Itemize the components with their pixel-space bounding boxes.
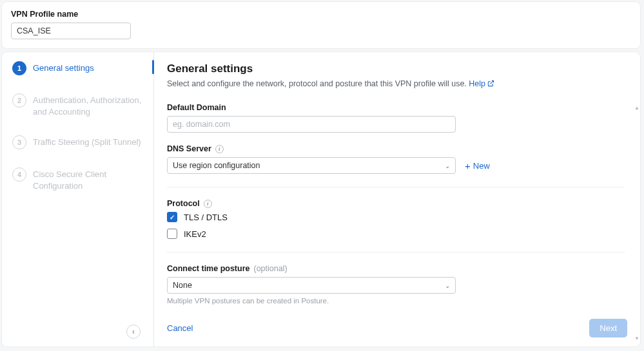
scrollbar[interactable]: ▲ ▼	[634, 105, 639, 341]
posture-select[interactable]: None ⌄	[167, 277, 456, 294]
next-button[interactable]: Next	[589, 319, 627, 337]
help-link[interactable]: Help	[469, 79, 494, 88]
protocol-option-tls[interactable]: ✓ TLS / DTLS	[167, 212, 627, 222]
info-icon[interactable]: i	[204, 200, 212, 208]
dns-row: Use region configuration ⌄ + New	[167, 157, 627, 174]
scroll-down-arrow-icon: ▼	[634, 336, 639, 341]
checkbox-label: IKEv2	[184, 229, 206, 239]
dns-selected-value: Use region configuration	[173, 161, 260, 170]
dns-server-label: DNS Server i	[167, 144, 627, 153]
wizard-footer: Cancel Next	[167, 319, 627, 337]
protocol-label-text: Protocol	[167, 199, 200, 208]
cancel-button[interactable]: Cancel	[167, 323, 193, 333]
plus-icon: +	[465, 161, 471, 171]
default-domain-label: Default Domain	[167, 103, 627, 112]
posture-field: Connect time posture (optional) None ⌄ M…	[167, 264, 627, 305]
help-label: Help	[469, 79, 485, 88]
posture-label: Connect time posture (optional)	[167, 264, 627, 273]
step-number: 3	[12, 135, 26, 149]
step-aaa[interactable]: 2 Authentication, Authorization, and Acc…	[12, 93, 143, 117]
step-label: Traffic Steering (Split Tunnel)	[33, 135, 141, 148]
chevron-down-icon: ⌄	[445, 162, 450, 169]
default-domain-field: Default Domain	[167, 103, 627, 133]
profile-name-input[interactable]	[11, 23, 131, 39]
protocol-option-ikev2[interactable]: IKEv2	[167, 229, 627, 239]
posture-label-text: Connect time posture	[167, 264, 250, 273]
optional-tag: (optional)	[254, 264, 288, 273]
wizard-main-panel: General settings Select and configure th…	[154, 52, 640, 346]
chevron-left-icon: ‹	[132, 327, 135, 336]
page-description: Select and configure the network, protoc…	[167, 79, 627, 89]
desc-text: Select and configure the network, protoc…	[167, 79, 467, 88]
profile-name-label: VPN Profile name	[11, 10, 631, 19]
step-label: Authentication, Authorization, and Accou…	[33, 93, 143, 117]
protocol-label: Protocol i	[167, 199, 627, 208]
step-label: Cisco Secure Client Configuration	[33, 167, 143, 191]
step-client-config[interactable]: 4 Cisco Secure Client Configuration	[12, 167, 143, 191]
chevron-down-icon: ⌄	[445, 282, 450, 289]
posture-selected-value: None	[173, 281, 192, 290]
wizard-steps-sidebar: 1 General settings 2 Authentication, Aut…	[2, 52, 154, 346]
step-label: General settings	[33, 61, 94, 74]
profile-header-card: VPN Profile name	[2, 2, 640, 48]
step-traffic-steering[interactable]: 3 Traffic Steering (Split Tunnel)	[12, 135, 143, 149]
step-number: 1	[12, 61, 26, 75]
section-divider	[167, 252, 625, 252]
wizard-card: 1 General settings 2 Authentication, Aut…	[2, 52, 640, 346]
external-link-icon	[487, 80, 494, 89]
default-domain-input[interactable]	[167, 116, 456, 133]
dns-label-text: DNS Server	[167, 144, 211, 153]
protocol-field: Protocol i ✓ TLS / DTLS IKEv2	[167, 199, 627, 239]
step-number: 4	[12, 167, 26, 182]
new-dns-button[interactable]: + New	[465, 161, 490, 171]
new-label: New	[473, 161, 490, 171]
posture-hint: Multiple VPN postures can be created in …	[167, 297, 627, 305]
collapse-sidebar-button[interactable]: ‹	[126, 325, 141, 339]
section-divider	[167, 187, 625, 187]
step-general-settings[interactable]: 1 General settings	[12, 61, 143, 75]
info-icon[interactable]: i	[215, 145, 224, 153]
dns-server-field: DNS Server i Use region configuration ⌄ …	[167, 144, 627, 174]
checkbox-unchecked-icon	[167, 229, 177, 239]
page-title: General settings	[167, 62, 627, 75]
checkbox-label: TLS / DTLS	[184, 213, 228, 222]
scroll-up-arrow-icon: ▲	[634, 105, 639, 111]
checkbox-checked-icon: ✓	[167, 212, 177, 222]
dns-server-select[interactable]: Use region configuration ⌄	[167, 157, 456, 174]
step-number: 2	[12, 93, 26, 108]
